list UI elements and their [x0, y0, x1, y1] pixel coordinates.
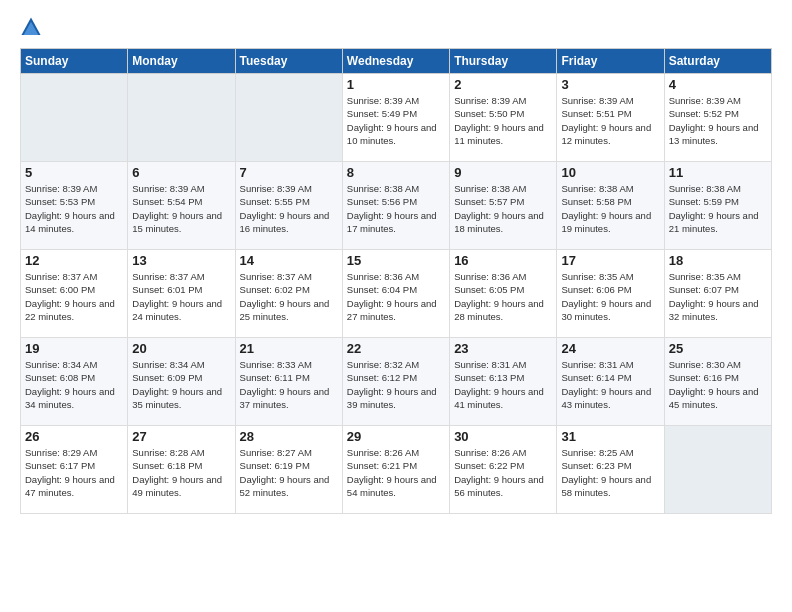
day-info: Sunrise: 8:39 AM Sunset: 5:54 PM Dayligh…	[132, 182, 230, 235]
day-info: Sunrise: 8:33 AM Sunset: 6:11 PM Dayligh…	[240, 358, 338, 411]
day-info: Sunrise: 8:39 AM Sunset: 5:51 PM Dayligh…	[561, 94, 659, 147]
day-info: Sunrise: 8:38 AM Sunset: 5:58 PM Dayligh…	[561, 182, 659, 235]
day-info: Sunrise: 8:39 AM Sunset: 5:52 PM Dayligh…	[669, 94, 767, 147]
calendar-day-cell: 5Sunrise: 8:39 AM Sunset: 5:53 PM Daylig…	[21, 162, 128, 250]
calendar-week-row: 5Sunrise: 8:39 AM Sunset: 5:53 PM Daylig…	[21, 162, 772, 250]
day-info: Sunrise: 8:27 AM Sunset: 6:19 PM Dayligh…	[240, 446, 338, 499]
calendar-day-cell: 29Sunrise: 8:26 AM Sunset: 6:21 PM Dayli…	[342, 426, 449, 514]
calendar-week-row: 12Sunrise: 8:37 AM Sunset: 6:00 PM Dayli…	[21, 250, 772, 338]
calendar-day-cell: 13Sunrise: 8:37 AM Sunset: 6:01 PM Dayli…	[128, 250, 235, 338]
calendar-day-cell	[235, 74, 342, 162]
calendar-header-row: SundayMondayTuesdayWednesdayThursdayFrid…	[21, 49, 772, 74]
day-number: 12	[25, 253, 123, 268]
logo-icon	[20, 16, 42, 38]
day-info: Sunrise: 8:39 AM Sunset: 5:49 PM Dayligh…	[347, 94, 445, 147]
calendar-week-row: 26Sunrise: 8:29 AM Sunset: 6:17 PM Dayli…	[21, 426, 772, 514]
weekday-header: Saturday	[664, 49, 771, 74]
calendar-day-cell: 9Sunrise: 8:38 AM Sunset: 5:57 PM Daylig…	[450, 162, 557, 250]
day-info: Sunrise: 8:31 AM Sunset: 6:14 PM Dayligh…	[561, 358, 659, 411]
day-info: Sunrise: 8:36 AM Sunset: 6:05 PM Dayligh…	[454, 270, 552, 323]
day-info: Sunrise: 8:37 AM Sunset: 6:02 PM Dayligh…	[240, 270, 338, 323]
header	[20, 16, 772, 38]
calendar-day-cell: 16Sunrise: 8:36 AM Sunset: 6:05 PM Dayli…	[450, 250, 557, 338]
day-info: Sunrise: 8:35 AM Sunset: 6:06 PM Dayligh…	[561, 270, 659, 323]
calendar-day-cell: 7Sunrise: 8:39 AM Sunset: 5:55 PM Daylig…	[235, 162, 342, 250]
calendar-day-cell: 6Sunrise: 8:39 AM Sunset: 5:54 PM Daylig…	[128, 162, 235, 250]
day-number: 28	[240, 429, 338, 444]
calendar-day-cell	[664, 426, 771, 514]
day-info: Sunrise: 8:28 AM Sunset: 6:18 PM Dayligh…	[132, 446, 230, 499]
calendar-day-cell: 14Sunrise: 8:37 AM Sunset: 6:02 PM Dayli…	[235, 250, 342, 338]
day-number: 30	[454, 429, 552, 444]
day-number: 9	[454, 165, 552, 180]
day-number: 2	[454, 77, 552, 92]
day-info: Sunrise: 8:34 AM Sunset: 6:09 PM Dayligh…	[132, 358, 230, 411]
day-number: 29	[347, 429, 445, 444]
calendar-day-cell: 26Sunrise: 8:29 AM Sunset: 6:17 PM Dayli…	[21, 426, 128, 514]
calendar-day-cell: 19Sunrise: 8:34 AM Sunset: 6:08 PM Dayli…	[21, 338, 128, 426]
day-number: 15	[347, 253, 445, 268]
calendar-day-cell: 30Sunrise: 8:26 AM Sunset: 6:22 PM Dayli…	[450, 426, 557, 514]
day-number: 7	[240, 165, 338, 180]
calendar-day-cell: 27Sunrise: 8:28 AM Sunset: 6:18 PM Dayli…	[128, 426, 235, 514]
day-number: 23	[454, 341, 552, 356]
day-info: Sunrise: 8:25 AM Sunset: 6:23 PM Dayligh…	[561, 446, 659, 499]
day-number: 21	[240, 341, 338, 356]
calendar-day-cell: 25Sunrise: 8:30 AM Sunset: 6:16 PM Dayli…	[664, 338, 771, 426]
day-info: Sunrise: 8:37 AM Sunset: 6:01 PM Dayligh…	[132, 270, 230, 323]
day-info: Sunrise: 8:36 AM Sunset: 6:04 PM Dayligh…	[347, 270, 445, 323]
calendar-day-cell	[21, 74, 128, 162]
weekday-header: Tuesday	[235, 49, 342, 74]
day-number: 3	[561, 77, 659, 92]
day-number: 8	[347, 165, 445, 180]
day-info: Sunrise: 8:39 AM Sunset: 5:55 PM Dayligh…	[240, 182, 338, 235]
day-number: 31	[561, 429, 659, 444]
day-info: Sunrise: 8:37 AM Sunset: 6:00 PM Dayligh…	[25, 270, 123, 323]
day-number: 4	[669, 77, 767, 92]
calendar-day-cell: 21Sunrise: 8:33 AM Sunset: 6:11 PM Dayli…	[235, 338, 342, 426]
weekday-header: Sunday	[21, 49, 128, 74]
day-number: 13	[132, 253, 230, 268]
calendar-day-cell: 3Sunrise: 8:39 AM Sunset: 5:51 PM Daylig…	[557, 74, 664, 162]
day-number: 1	[347, 77, 445, 92]
day-info: Sunrise: 8:35 AM Sunset: 6:07 PM Dayligh…	[669, 270, 767, 323]
weekday-header: Friday	[557, 49, 664, 74]
day-info: Sunrise: 8:34 AM Sunset: 6:08 PM Dayligh…	[25, 358, 123, 411]
calendar-day-cell: 22Sunrise: 8:32 AM Sunset: 6:12 PM Dayli…	[342, 338, 449, 426]
calendar-day-cell: 24Sunrise: 8:31 AM Sunset: 6:14 PM Dayli…	[557, 338, 664, 426]
calendar-day-cell: 1Sunrise: 8:39 AM Sunset: 5:49 PM Daylig…	[342, 74, 449, 162]
calendar-day-cell: 2Sunrise: 8:39 AM Sunset: 5:50 PM Daylig…	[450, 74, 557, 162]
calendar-week-row: 1Sunrise: 8:39 AM Sunset: 5:49 PM Daylig…	[21, 74, 772, 162]
day-info: Sunrise: 8:32 AM Sunset: 6:12 PM Dayligh…	[347, 358, 445, 411]
calendar-day-cell: 18Sunrise: 8:35 AM Sunset: 6:07 PM Dayli…	[664, 250, 771, 338]
day-number: 18	[669, 253, 767, 268]
day-info: Sunrise: 8:26 AM Sunset: 6:22 PM Dayligh…	[454, 446, 552, 499]
calendar-day-cell: 17Sunrise: 8:35 AM Sunset: 6:06 PM Dayli…	[557, 250, 664, 338]
weekday-header: Monday	[128, 49, 235, 74]
calendar-week-row: 19Sunrise: 8:34 AM Sunset: 6:08 PM Dayli…	[21, 338, 772, 426]
day-number: 14	[240, 253, 338, 268]
calendar-day-cell: 12Sunrise: 8:37 AM Sunset: 6:00 PM Dayli…	[21, 250, 128, 338]
logo	[20, 16, 46, 38]
calendar-day-cell: 23Sunrise: 8:31 AM Sunset: 6:13 PM Dayli…	[450, 338, 557, 426]
day-number: 27	[132, 429, 230, 444]
day-info: Sunrise: 8:30 AM Sunset: 6:16 PM Dayligh…	[669, 358, 767, 411]
day-number: 10	[561, 165, 659, 180]
day-info: Sunrise: 8:29 AM Sunset: 6:17 PM Dayligh…	[25, 446, 123, 499]
day-info: Sunrise: 8:38 AM Sunset: 5:59 PM Dayligh…	[669, 182, 767, 235]
day-number: 16	[454, 253, 552, 268]
day-info: Sunrise: 8:39 AM Sunset: 5:53 PM Dayligh…	[25, 182, 123, 235]
weekday-header: Wednesday	[342, 49, 449, 74]
day-number: 25	[669, 341, 767, 356]
day-number: 19	[25, 341, 123, 356]
calendar-table: SundayMondayTuesdayWednesdayThursdayFrid…	[20, 48, 772, 514]
calendar-day-cell: 20Sunrise: 8:34 AM Sunset: 6:09 PM Dayli…	[128, 338, 235, 426]
day-number: 6	[132, 165, 230, 180]
calendar-day-cell: 8Sunrise: 8:38 AM Sunset: 5:56 PM Daylig…	[342, 162, 449, 250]
day-info: Sunrise: 8:26 AM Sunset: 6:21 PM Dayligh…	[347, 446, 445, 499]
page: SundayMondayTuesdayWednesdayThursdayFrid…	[0, 0, 792, 612]
calendar-day-cell: 4Sunrise: 8:39 AM Sunset: 5:52 PM Daylig…	[664, 74, 771, 162]
day-number: 5	[25, 165, 123, 180]
weekday-header: Thursday	[450, 49, 557, 74]
day-number: 24	[561, 341, 659, 356]
